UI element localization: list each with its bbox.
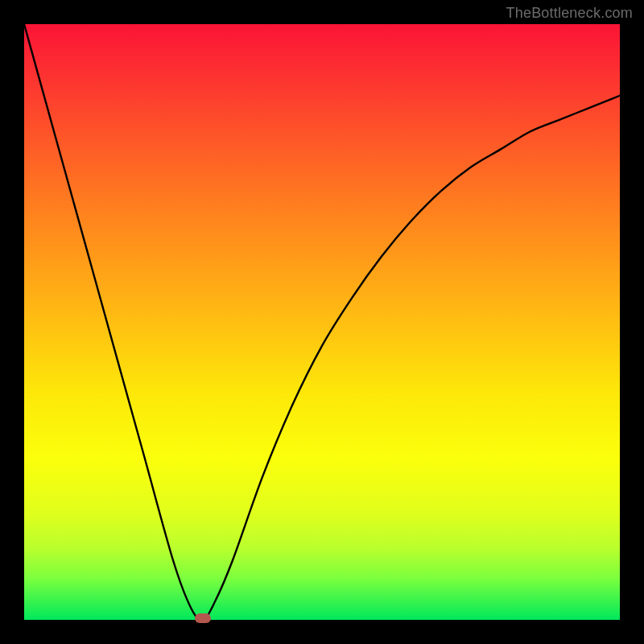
min-marker (195, 613, 211, 623)
chart-frame: TheBottleneck.com (0, 0, 644, 644)
bottleneck-curve (24, 24, 620, 620)
watermark-text: TheBottleneck.com (506, 5, 633, 22)
plot-area (24, 24, 620, 620)
